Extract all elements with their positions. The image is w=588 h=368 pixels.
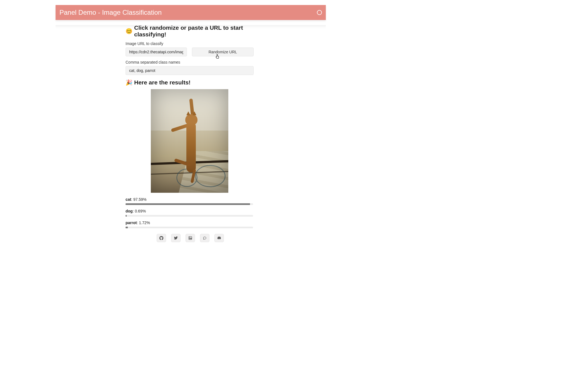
randomize-url-button[interactable]: Randomize URL [192, 47, 254, 56]
result-bar-fill [126, 203, 250, 205]
randomize-url-button-label: Randomize URL [209, 50, 237, 54]
result-label-line: cat: 97.59% [126, 197, 254, 202]
svg-point-2 [189, 237, 190, 237]
result-percent: 0.69% [135, 209, 146, 213]
svg-rect-1 [189, 238, 190, 239]
result-class: parrot [126, 221, 137, 225]
chat-icon[interactable] [200, 234, 209, 242]
result-percent: 97.59% [133, 197, 146, 202]
url-input-label: Image URL to classify [126, 41, 254, 46]
result-class: cat [126, 197, 131, 202]
image-url-input[interactable] [126, 47, 187, 56]
discord-icon[interactable] [214, 234, 224, 242]
classes-input-label: Comma separated class names [126, 60, 254, 64]
results-heading-text: Here are the results! [134, 79, 191, 86]
result-bar-fill [126, 227, 128, 228]
result-bar-track [126, 215, 253, 217]
github-icon[interactable] [157, 234, 166, 242]
result-label-line: parrot: 1.72% [126, 221, 254, 225]
result-row: cat: 97.59% [126, 197, 254, 205]
results-list: cat: 97.59% dog: 0.69% parrot: 1.72% [126, 197, 254, 228]
twitter-icon[interactable] [171, 234, 181, 242]
classified-image [151, 89, 228, 193]
result-bar-fill [126, 215, 127, 217]
app-title: Panel Demo - Image Classification [59, 9, 162, 16]
result-percent: 1.72% [139, 221, 150, 225]
loading-spinner-icon [317, 10, 322, 15]
class-names-input[interactable] [126, 66, 254, 75]
result-row: parrot: 1.72% [126, 221, 254, 228]
result-row: dog: 0.69% [126, 209, 254, 217]
result-bar-track [126, 227, 253, 228]
party-emoji-icon: 🎉 [126, 80, 132, 85]
result-bar-track [126, 203, 253, 205]
result-class: dog [126, 209, 133, 213]
smile-emoji-icon: 😊 [126, 28, 132, 34]
header-shadow [56, 25, 326, 29]
app-header: Panel Demo - Image Classification [56, 5, 326, 20]
footer-icon-row [157, 234, 254, 242]
linkedin-icon[interactable] [186, 234, 195, 242]
result-label-line: dog: 0.69% [126, 209, 254, 213]
results-heading: 🎉 Here are the results! [126, 79, 254, 86]
